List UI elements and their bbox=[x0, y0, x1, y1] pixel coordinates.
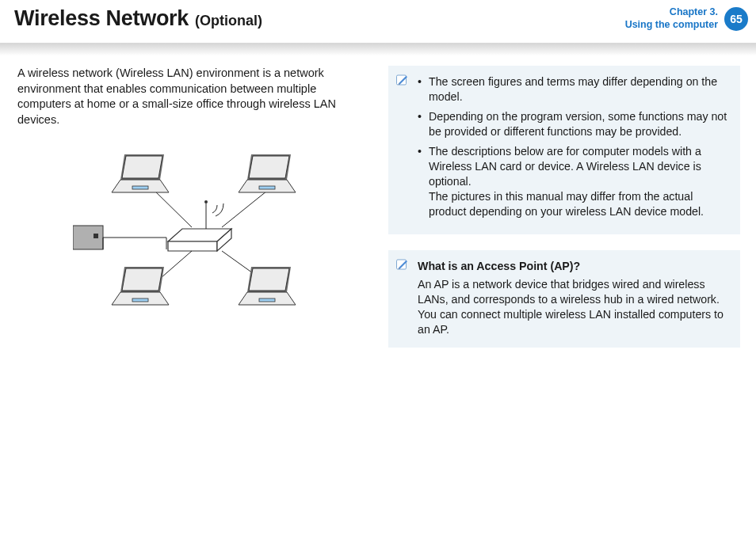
note-bullet: Depending on the program version, some f… bbox=[418, 109, 728, 139]
page-subtitle: (Optional) bbox=[195, 13, 262, 29]
note-box: The screen figures and terms may differ … bbox=[388, 66, 740, 234]
svg-rect-31 bbox=[397, 260, 407, 269]
svg-marker-15 bbox=[122, 156, 162, 178]
ap-box-body: An AP is a network device that bridges w… bbox=[418, 277, 728, 337]
svg-rect-29 bbox=[259, 298, 275, 302]
svg-rect-0 bbox=[73, 226, 103, 249]
pencil-note-icon bbox=[395, 257, 410, 272]
svg-rect-17 bbox=[132, 186, 148, 189]
chapter-block: Chapter 3. Using the computer 65 bbox=[625, 6, 748, 31]
svg-marker-23 bbox=[122, 268, 162, 291]
network-diagram bbox=[73, 139, 366, 324]
note-bullet: The descriptions below are for computer … bbox=[418, 144, 728, 219]
note-bullet: The screen figures and terms may differ … bbox=[418, 74, 728, 105]
note-bullet-list: The screen figures and terms may differ … bbox=[418, 74, 728, 219]
svg-marker-6 bbox=[168, 241, 217, 251]
svg-point-9 bbox=[204, 200, 208, 203]
header-divider bbox=[0, 43, 756, 58]
ap-info-box: What is an Access Point (AP)? An AP is a… bbox=[388, 250, 740, 348]
chapter-label: Chapter 3. bbox=[625, 6, 718, 19]
svg-rect-30 bbox=[397, 75, 407, 85]
intro-paragraph: A wireless network (Wireless LAN) enviro… bbox=[17, 66, 366, 127]
page-header: Wireless Network (Optional) Chapter 3. U… bbox=[0, 0, 756, 41]
chapter-subtitle: Using the computer bbox=[625, 19, 718, 32]
page-title: Wireless Network bbox=[14, 6, 189, 31]
svg-rect-25 bbox=[132, 298, 148, 302]
pencil-note-icon bbox=[395, 73, 410, 87]
svg-marker-27 bbox=[249, 268, 289, 291]
svg-marker-19 bbox=[249, 156, 289, 178]
svg-rect-21 bbox=[259, 186, 275, 189]
svg-rect-1 bbox=[94, 234, 98, 238]
page-number-badge: 65 bbox=[724, 7, 748, 31]
ap-box-title: What is an Access Point (AP)? bbox=[418, 259, 728, 274]
